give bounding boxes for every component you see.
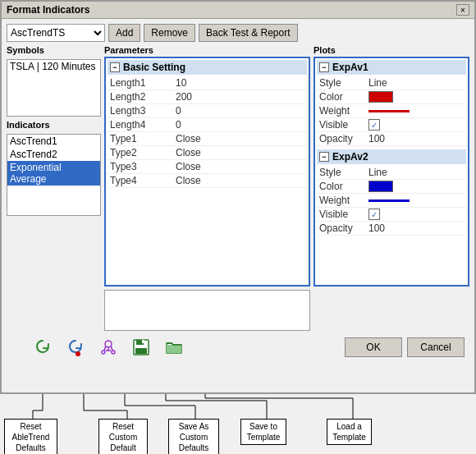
indicator-item-selected[interactable]: Exponential Average [7,161,100,186]
expav1-style-row: Style Line [317,76,466,90]
bottom-row: OK Cancel [7,334,469,360]
param-name: Type3 [110,161,176,172]
style-key2: Style [319,167,368,178]
remove-button[interactable]: Remove [144,24,195,42]
backtest-button[interactable]: Back Test & Report [199,24,298,42]
basic-setting-header: − Basic Setting [108,60,307,75]
expav1-opacity-row: Opacity 100 [317,132,466,146]
dialog-title: Format Indicators [7,4,89,16]
annotation-reset-custom: ResetCustomDefault [98,419,148,454]
expav1-header: − ExpAv1 [317,60,466,75]
param-row: Type1 [108,132,307,146]
svg-point-0 [76,351,80,356]
collapse-expav2-icon[interactable]: − [319,152,329,162]
expav2-label: ExpAv2 [332,151,368,163]
param-value-type4[interactable] [176,175,241,186]
annotations-area: ResetAbleTrendDefaults ResetCustomDefaul… [0,394,476,454]
param-value-type2[interactable] [176,147,241,158]
param-row: Length2 [108,90,307,104]
expav2-visible-row: Visible ✓ [317,208,466,222]
param-name: Length3 [110,105,176,117]
reset-custom-button[interactable] [64,336,87,359]
expav2-section: − ExpAv2 Style Line Color [317,149,466,236]
ok-button[interactable]: OK [345,337,402,357]
expav1-label: ExpAv1 [332,62,368,73]
expav1-weight-row: Weight [317,104,466,118]
load-template-button[interactable] [162,336,185,359]
expav2-opacity-row: Opacity 100 [317,222,466,236]
expav2-color-swatch[interactable] [368,181,393,192]
params-box: − Basic Setting Length1 Length2 Leng [104,57,310,287]
param-row: Type4 [108,174,307,188]
format-indicators-dialog: Format Indicators × AscTrendTS Add Remov… [0,0,476,394]
param-name: Type4 [110,175,176,186]
svg-point-3 [112,351,115,354]
symbols-label: Symbols [7,45,101,55]
top-row: AscTrendTS Add Remove Back Test & Report [7,24,469,42]
save-custom-button[interactable] [97,336,120,359]
indicator-dropdown[interactable]: AscTrendTS [7,24,105,42]
expav2-weight-row: Weight [317,194,466,208]
expav1-color-swatch[interactable] [368,91,393,103]
expav1-color-row: Color [317,90,466,104]
symbols-listbox[interactable]: TSLA | 120 Minutes [7,59,101,117]
param-name: Type1 [110,133,176,144]
expav1-section: − ExpAv1 Style Line Color [317,60,466,146]
toolbar-icons [7,336,185,359]
expav1-visible-checkbox[interactable]: ✓ [368,119,380,131]
expav1-weight-line [368,110,410,112]
center-panel: Parameters − Basic Setting Length1 Lengt… [104,45,310,331]
svg-rect-12 [167,345,181,353]
collapse-expav1-icon[interactable]: − [319,62,329,72]
opacity-key2: Opacity [319,222,368,234]
indicators-listbox[interactable]: AscTrend1 AscTrend2 Exponential Average [7,134,101,216]
param-value-type1[interactable] [176,133,241,144]
annotation-save-custom: Save AsCustomDefaults [168,419,219,454]
expav2-header: − ExpAv2 [317,149,466,164]
main-area: Symbols TSLA | 120 Minutes Indicators As… [7,45,469,331]
expav2-visible-checkbox[interactable]: ✓ [368,209,380,220]
reset-abletrend-button[interactable] [31,336,54,359]
opacity-key: Opacity [319,133,368,144]
symbol-item[interactable]: TSLA | 120 Minutes [7,60,100,73]
visible-key2: Visible [319,209,368,220]
expav2-color-row: Color [317,180,466,194]
param-value-length4[interactable] [176,119,241,131]
indicator-item[interactable]: AscTrend1 [7,135,100,148]
param-name: Type2 [110,147,176,158]
svg-rect-10 [142,340,144,343]
cancel-button[interactable]: Cancel [407,337,465,357]
annotation-lines [0,394,476,454]
param-row: Length4 [108,118,307,132]
param-row: Type3 [108,160,307,174]
title-bar: Format Indicators × [2,2,474,19]
svg-line-5 [111,346,112,351]
param-row: Length3 [108,104,307,118]
visible-key: Visible [319,119,368,131]
save-template-button[interactable] [130,336,153,359]
dialog-buttons: OK Cancel [345,337,469,357]
color-key2: Color [319,181,368,192]
expav1-visible-row: Visible ✓ [317,118,466,132]
expav2-style-row: Style Line [317,166,466,180]
close-button[interactable]: × [456,4,469,16]
param-value-length1[interactable] [176,77,241,89]
indicator-item[interactable]: AscTrend2 [7,148,100,161]
notes-area [104,290,310,331]
param-value-length3[interactable] [176,105,241,117]
svg-rect-11 [135,348,147,354]
plots-label: Plots [314,45,469,55]
expav1-opacity-val: 100 [368,133,385,144]
left-panel: Symbols TSLA | 120 Minutes Indicators As… [7,45,101,331]
params-label: Parameters [104,45,310,55]
weight-key2: Weight [319,195,368,206]
add-button[interactable]: Add [108,24,140,42]
expav1-style-val: Line [368,77,387,89]
collapse-icon[interactable]: − [110,62,120,72]
param-value-type3[interactable] [176,161,241,172]
param-value-length2[interactable] [176,91,241,103]
indicators-label: Indicators [7,120,101,130]
dialog-body: AscTrendTS Add Remove Back Test & Report… [2,19,474,365]
param-row: Type2 [108,146,307,160]
param-name: Length2 [110,91,176,103]
